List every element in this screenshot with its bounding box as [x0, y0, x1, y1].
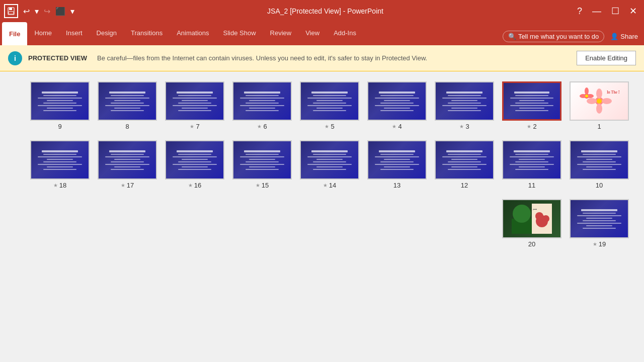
redo-button[interactable]: ↪ [42, 6, 52, 17]
slide-item-13[interactable]: 13 [367, 140, 427, 189]
tab-home[interactable]: Home [27, 22, 59, 45]
slide-label-3: ★3 [459, 123, 469, 130]
slide-item-20[interactable]: بسم 20 [502, 199, 561, 248]
slide-item-7[interactable]: ★7 [165, 81, 224, 130]
share-button[interactable]: 👤 Share [606, 31, 642, 42]
present-button[interactable]: ⬛ [53, 6, 67, 17]
quick-access-more[interactable]: ▾ [68, 6, 76, 17]
tab-animations[interactable]: Animations [170, 22, 216, 45]
svg-point-6 [596, 104, 602, 114]
slide-item-15[interactable]: ★15 [232, 140, 292, 189]
slide-number: 5 [331, 123, 334, 130]
star-icon: ★ [392, 124, 396, 129]
tab-view[interactable]: View [298, 22, 327, 45]
tab-slideshow[interactable]: Slide Show [216, 22, 263, 45]
svg-point-5 [602, 98, 612, 104]
slide-item-5[interactable]: ★5 [300, 81, 359, 130]
slide-label-4: ★4 [392, 123, 401, 130]
slide-item-8[interactable]: 8 [98, 81, 157, 130]
slide-label-18: ★18 [53, 182, 66, 189]
slide-item-10[interactable]: 10 [570, 140, 629, 189]
slide-label-19: ★19 [593, 240, 606, 248]
slide-label-7: ★7 [190, 123, 199, 130]
svg-point-10 [585, 87, 589, 95]
slide-thumb-12 [435, 140, 494, 179]
svg-point-19 [535, 212, 543, 220]
slide-number: 3 [465, 123, 469, 130]
tab-design[interactable]: Design [90, 22, 124, 45]
protected-message: Be careful—files from the Internet can c… [97, 54, 571, 62]
undo-button[interactable]: ↩ [21, 6, 32, 17]
slide-number: 12 [461, 182, 468, 189]
undo-arrow[interactable]: ▾ [33, 6, 41, 17]
help-icon[interactable]: ? [574, 5, 585, 18]
person-icon: 👤 [610, 33, 618, 40]
slide-thumb-18 [30, 140, 90, 179]
svg-point-17 [513, 205, 531, 223]
slide-item-16[interactable]: ★16 [165, 140, 224, 189]
quick-access-toolbar: ↩ ▾ ↪ ⬛ ▾ [21, 6, 76, 17]
slide-row-1: 10111213★14★15★16★17★18 [15, 140, 629, 189]
slide-item-17[interactable]: ★17 [98, 140, 157, 189]
slide-item-11[interactable]: 11 [502, 140, 561, 189]
slide-number: 13 [393, 182, 400, 189]
tab-insert[interactable]: Insert [59, 22, 90, 45]
slide-thumb-14 [300, 140, 359, 179]
svg-rect-2 [9, 12, 14, 14]
slide-thumb-9 [30, 81, 90, 121]
slide-thumb-11 [502, 140, 561, 179]
restore-button[interactable]: ☐ [608, 5, 622, 18]
slide-number: 18 [59, 182, 66, 189]
tell-me-text: Tell me what you want to do [518, 33, 599, 40]
tab-transitions[interactable]: Transitions [124, 22, 170, 45]
window-title: JSA_2 [Protected View] - PowerPoint [76, 7, 574, 15]
star-icon: ★ [527, 124, 531, 129]
title-bar-left: ↩ ▾ ↪ ⬛ ▾ [4, 4, 76, 18]
slide-item-14[interactable]: ★14 [300, 140, 359, 189]
slide-thumb-15 [232, 140, 292, 179]
slide-number: 8 [125, 123, 129, 130]
slide-item-2[interactable]: ★2 [502, 81, 561, 130]
svg-point-4 [596, 88, 602, 99]
star-icon: ★ [121, 183, 125, 188]
slide-item-18[interactable]: ★18 [30, 140, 90, 189]
slide-number: 2 [533, 123, 536, 130]
protected-view-bar: i PROTECTED VIEW Be careful—files from t… [0, 45, 644, 71]
slide-label-15: ★15 [256, 182, 269, 189]
slide-number: 7 [196, 123, 199, 130]
slide-item-3[interactable]: ★3 [435, 81, 494, 130]
slide-number: 1 [597, 123, 601, 130]
ribbon-right: 🔍 Tell me what you want to do 👤 Share [503, 31, 642, 45]
slide-row-0: In The Name Of God 1★2★3★4★5★6★789 [15, 81, 629, 130]
slide-sorter-view: In The Name Of God 1★2★3★4★5★6★789101112… [0, 71, 644, 362]
star-icon: ★ [325, 124, 329, 129]
slide-item-9[interactable]: 9 [30, 81, 90, 130]
save-icon[interactable] [4, 4, 18, 18]
slide-item-6[interactable]: ★6 [232, 81, 292, 130]
star-icon: ★ [593, 241, 597, 247]
tab-review[interactable]: Review [263, 22, 299, 45]
svg-point-13 [585, 95, 588, 98]
tab-file[interactable]: File [2, 22, 27, 45]
tell-me-input[interactable]: 🔍 Tell me what you want to do [503, 31, 604, 42]
slide-thumb-7 [165, 81, 224, 121]
slide-thumb-4 [367, 81, 427, 121]
slide-label-2: ★2 [527, 123, 536, 130]
title-bar: ↩ ▾ ↪ ⬛ ▾ JSA_2 [Protected View] - Power… [0, 0, 644, 22]
slide-thumb-5 [300, 81, 359, 121]
slide-number: 14 [329, 182, 336, 189]
slide-number: 17 [127, 182, 134, 189]
slide-item-12[interactable]: 12 [435, 140, 494, 189]
tab-addins[interactable]: Add-Ins [327, 22, 363, 45]
slide-item-19[interactable]: ★19 [570, 199, 629, 248]
minimize-button[interactable]: — [589, 5, 604, 18]
close-button[interactable]: ✕ [626, 5, 640, 18]
search-icon: 🔍 [508, 33, 516, 40]
enable-editing-button[interactable]: Enable Editing [577, 51, 636, 65]
slide-item-4[interactable]: ★4 [367, 81, 427, 130]
slide-number: 16 [194, 182, 201, 189]
slide-thumb-13 [367, 140, 427, 179]
slide-item-1[interactable]: In The Name Of God 1 [570, 81, 629, 130]
slide-thumb-16 [165, 140, 224, 179]
slide-number: 10 [596, 182, 603, 189]
